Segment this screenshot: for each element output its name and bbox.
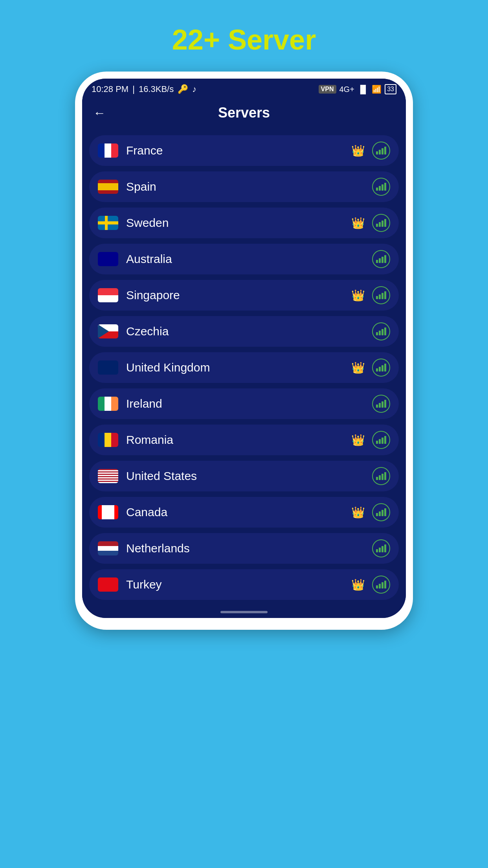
country-name: Australia bbox=[126, 252, 372, 266]
wifi-icon: 📶 bbox=[372, 85, 382, 94]
country-name: Canada bbox=[126, 506, 351, 519]
country-name: Ireland bbox=[126, 397, 372, 410]
signal-strength-icon bbox=[372, 322, 390, 340]
country-name: Netherlands bbox=[126, 542, 372, 555]
signal-strength-icon bbox=[372, 431, 390, 449]
server-list: France👑SpainSweden👑AustraliaSingapore👑Cz… bbox=[82, 129, 406, 606]
signal-icon: ▐▌ bbox=[358, 85, 369, 94]
flag-icon bbox=[98, 143, 118, 158]
server-item[interactable]: Spain bbox=[89, 171, 399, 202]
server-item[interactable]: United Kingdom👑 bbox=[89, 352, 399, 383]
flag-icon bbox=[98, 469, 118, 483]
home-indicator bbox=[82, 606, 406, 618]
country-name: United Kingdom bbox=[126, 361, 351, 374]
country-name: Czechia bbox=[126, 325, 372, 338]
premium-crown-icon: 👑 bbox=[351, 361, 365, 374]
signal-strength-icon bbox=[372, 214, 390, 232]
flag-icon bbox=[98, 252, 118, 266]
server-item[interactable]: France👑 bbox=[89, 135, 399, 166]
signal-strength-icon bbox=[372, 467, 390, 485]
server-item[interactable]: Australia bbox=[89, 244, 399, 274]
flag-icon bbox=[98, 397, 118, 411]
signal-strength-icon bbox=[372, 576, 390, 594]
back-button[interactable]: ← bbox=[93, 106, 106, 120]
country-name: United States bbox=[126, 469, 372, 483]
network-type: 4G+ bbox=[339, 85, 354, 94]
server-item[interactable]: Singapore👑 bbox=[89, 280, 399, 311]
server-item[interactable]: United States bbox=[89, 461, 399, 491]
status-right: VPN 4G+ ▐▌ 📶 33 bbox=[319, 84, 396, 94]
server-item[interactable]: Canada👑 bbox=[89, 497, 399, 528]
signal-strength-icon bbox=[372, 142, 390, 160]
flag-icon bbox=[98, 577, 118, 592]
status-speed-value: 16.3KB/s bbox=[139, 84, 174, 94]
flag-icon bbox=[98, 216, 118, 230]
country-name: Sweden bbox=[126, 216, 351, 230]
page-title: 22+ Server bbox=[172, 24, 316, 56]
signal-strength-icon bbox=[372, 178, 390, 196]
country-name: Singapore bbox=[126, 289, 351, 302]
server-item[interactable]: Ireland bbox=[89, 388, 399, 419]
signal-strength-icon bbox=[372, 503, 390, 521]
flag-icon bbox=[98, 505, 118, 519]
signal-strength-icon bbox=[372, 395, 390, 413]
phone-frame: 10:28 PM | 16.3KB/s 🔑 ♪ VPN 4G+ ▐▌ 📶 33 … bbox=[75, 72, 413, 630]
server-item[interactable]: Romania👑 bbox=[89, 425, 399, 455]
signal-strength-icon bbox=[372, 250, 390, 268]
flag-icon bbox=[98, 288, 118, 302]
signal-strength-icon bbox=[372, 286, 390, 304]
server-item[interactable]: Netherlands bbox=[89, 533, 399, 564]
premium-crown-icon: 👑 bbox=[351, 506, 365, 519]
premium-crown-icon: 👑 bbox=[351, 144, 365, 157]
premium-crown-icon: 👑 bbox=[351, 289, 365, 302]
tiktok-icon: ♪ bbox=[192, 84, 196, 94]
signal-strength-icon bbox=[372, 539, 390, 557]
premium-crown-icon: 👑 bbox=[351, 434, 365, 447]
flag-icon bbox=[98, 541, 118, 555]
country-name: France bbox=[126, 144, 351, 157]
server-item[interactable]: Turkey👑 bbox=[89, 569, 399, 600]
status-time: 10:28 PM bbox=[92, 84, 128, 94]
premium-crown-icon: 👑 bbox=[351, 217, 365, 230]
flag-icon bbox=[98, 360, 118, 375]
signal-strength-icon bbox=[372, 359, 390, 377]
server-item[interactable]: Czechia bbox=[89, 316, 399, 347]
header-title: Servers bbox=[106, 105, 382, 121]
server-item[interactable]: Sweden👑 bbox=[89, 208, 399, 238]
country-name: Spain bbox=[126, 180, 372, 193]
status-left: 10:28 PM | 16.3KB/s 🔑 ♪ bbox=[92, 84, 196, 94]
battery-indicator: 33 bbox=[385, 84, 396, 94]
key-icon: 🔑 bbox=[178, 84, 188, 94]
flag-icon bbox=[98, 324, 118, 338]
status-speed: | bbox=[132, 84, 135, 94]
country-name: Romania bbox=[126, 433, 351, 447]
home-bar bbox=[220, 611, 268, 613]
phone-screen: 10:28 PM | 16.3KB/s 🔑 ♪ VPN 4G+ ▐▌ 📶 33 … bbox=[82, 79, 406, 618]
flag-icon bbox=[98, 433, 118, 447]
flag-icon bbox=[98, 180, 118, 194]
header-bar: ← Servers bbox=[82, 98, 406, 129]
vpn-badge: VPN bbox=[319, 85, 336, 94]
status-bar: 10:28 PM | 16.3KB/s 🔑 ♪ VPN 4G+ ▐▌ 📶 33 bbox=[82, 79, 406, 98]
premium-crown-icon: 👑 bbox=[351, 578, 365, 591]
country-name: Turkey bbox=[126, 578, 351, 591]
